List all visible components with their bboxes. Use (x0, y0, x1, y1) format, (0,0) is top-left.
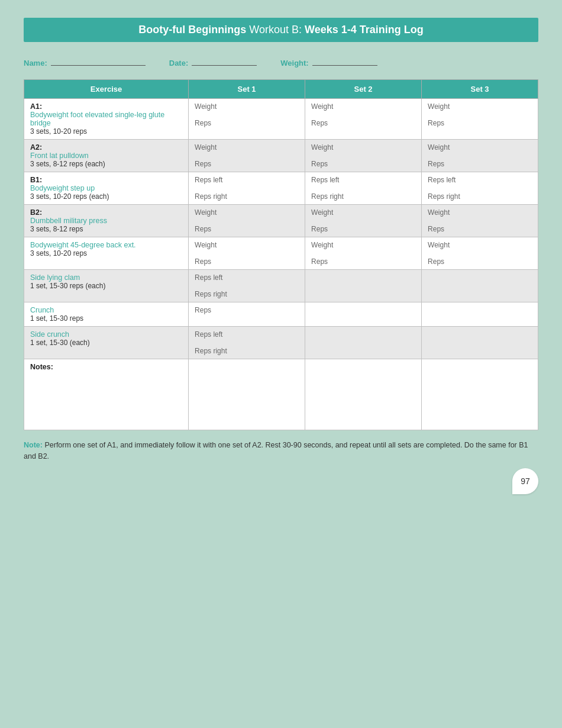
exercise-cell-B2: B2:Dumbbell military press3 sets, 8-12 r… (24, 205, 189, 237)
title-highlight: Weeks 1-4 Training Log (305, 24, 424, 36)
set3-cell-B1: Reps leftReps right (422, 172, 538, 205)
table-row: B2:Dumbbell military press3 sets, 8-12 r… (24, 205, 538, 237)
table-row: B1:Bodyweight step up3 sets, 10-20 reps … (24, 172, 538, 205)
set3-cell-B2: WeightReps (422, 205, 538, 237)
exercise-cell-A1: A1:Bodyweight foot elevated single-leg g… (24, 99, 189, 140)
table-row: Side lying clam1 set, 15-30 reps (each)R… (24, 270, 538, 302)
set2-cell-B1: Reps leftReps right (305, 172, 422, 205)
set1-cell-clam: Reps leftReps right (189, 270, 305, 302)
set2-cell-sidecrunch (305, 327, 422, 359)
set3-cell-sidecrunch (422, 327, 538, 359)
exercise-cell-B1: B1:Bodyweight step up3 sets, 10-20 reps … (24, 172, 189, 205)
page-number-area: 97 (24, 468, 538, 494)
set2-cell-B2: WeightReps (305, 205, 422, 237)
set1-cell-backext: WeightReps (189, 237, 305, 270)
table-row: Crunch1 set, 15-30 repsReps (24, 302, 538, 327)
exercise-cell-sidecrunch: Side crunch1 set, 15-30 (each) (24, 327, 189, 359)
exercise-cell-backext: Bodyweight 45-degree back ext.3 sets, 10… (24, 237, 189, 270)
set2-cell-A2: WeightReps (305, 140, 422, 172)
header-fields: Name: Date: Weight: (24, 56, 538, 67)
table-row: Side crunch1 set, 15-30 (each)Reps leftR… (24, 327, 538, 359)
set1-cell-sidecrunch: Reps leftReps right (189, 327, 305, 359)
notes-set1-cell (189, 359, 305, 430)
exercise-cell-A2: A2:Front lat pulldown3 sets, 8-12 reps (… (24, 140, 189, 172)
weight-input-line[interactable] (312, 56, 377, 66)
table-row: Bodyweight 45-degree back ext.3 sets, 10… (24, 237, 538, 270)
set3-cell-crunch (422, 302, 538, 327)
date-input-line[interactable] (192, 56, 257, 66)
table-header-row: Exercise Set 1 Set 2 Set 3 (24, 80, 538, 99)
exercise-cell-crunch: Crunch1 set, 15-30 reps (24, 302, 189, 327)
col-exercise: Exercise (24, 80, 189, 99)
set3-cell-clam (422, 270, 538, 302)
title-regular: Workout B: (246, 24, 305, 36)
name-label: Name: (24, 59, 47, 67)
weight-field: Weight: (280, 56, 377, 67)
exercise-cell-notes: Notes: (24, 359, 189, 430)
set1-cell-B2: WeightReps (189, 205, 305, 237)
table-row: A2:Front lat pulldown3 sets, 8-12 reps (… (24, 140, 538, 172)
page-number: 97 (512, 468, 538, 494)
name-field: Name: (24, 56, 146, 67)
name-input-line[interactable] (51, 56, 146, 66)
note-text: Perform one set of A1, and immediately f… (24, 441, 528, 460)
set3-cell-A2: WeightReps (422, 140, 538, 172)
set3-cell-A1: WeightReps (422, 99, 538, 140)
set1-cell-crunch: Reps (189, 302, 305, 327)
workout-table: Exercise Set 1 Set 2 Set 3 A1:Bodyweight… (24, 79, 538, 430)
set2-cell-backext: WeightReps (305, 237, 422, 270)
title-bar: Booty-ful Beginnings Workout B: Weeks 1-… (24, 18, 538, 42)
notes-set2-cell (305, 359, 422, 430)
date-field: Date: (169, 56, 257, 67)
title-bold: Booty-ful Beginnings (138, 24, 246, 36)
set3-cell-backext: WeightReps (422, 237, 538, 270)
set1-cell-A1: WeightReps (189, 99, 305, 140)
col-set3: Set 3 (422, 80, 538, 99)
exercise-cell-clam: Side lying clam1 set, 15-30 reps (each) (24, 270, 189, 302)
date-label: Date: (169, 59, 189, 67)
set1-cell-A2: WeightReps (189, 140, 305, 172)
set1-cell-B1: Reps leftReps right (189, 172, 305, 205)
table-row: Notes: (24, 359, 538, 430)
set2-cell-crunch (305, 302, 422, 327)
set2-cell-A1: WeightReps (305, 99, 422, 140)
col-set2: Set 2 (305, 80, 422, 99)
table-row: A1:Bodyweight foot elevated single-leg g… (24, 99, 538, 140)
weight-label: Weight: (280, 59, 308, 67)
set2-cell-clam (305, 270, 422, 302)
notes-set3-cell (422, 359, 538, 430)
col-set1: Set 1 (189, 80, 305, 99)
note-label: Note: (24, 441, 43, 449)
footer-note: Note: Perform one set of A1, and immedia… (24, 440, 538, 462)
